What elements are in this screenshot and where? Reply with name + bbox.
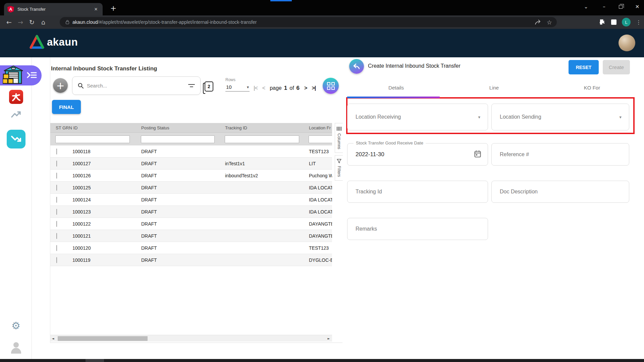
tab-line[interactable]: Line — [445, 81, 543, 94]
table-row[interactable]: 1000127 DRAFT inTest1v1 LIT — [50, 158, 332, 170]
sidebar-item-stock-transfer-active[interactable] — [0, 130, 32, 148]
duplicate-pages-icon[interactable]: 2 — [205, 81, 213, 92]
url-text: akaun.cloud/#/applet/tnt/wavelet/erp/sto… — [72, 19, 257, 25]
table-row[interactable]: 1000122 DRAFT DAYANGTE — [50, 218, 332, 230]
page-word: page — [270, 85, 282, 91]
table-row[interactable]: 1000120 DRAFT TEST123 — [50, 242, 332, 254]
back-button[interactable] — [349, 59, 364, 74]
share-icon[interactable] — [535, 19, 541, 25]
table-row[interactable]: 1000118 DRAFT TEST123 — [50, 145, 332, 158]
columns-tab[interactable]: Columns — [335, 123, 343, 153]
side-panel-icon[interactable] — [611, 19, 616, 25]
user-avatar[interactable] — [619, 35, 635, 51]
location-receiving-select[interactable]: Location Receiving ▾ — [347, 104, 488, 130]
row-checkbox[interactable] — [56, 197, 57, 203]
of-word: of — [289, 85, 294, 91]
row-checkbox[interactable] — [56, 185, 57, 191]
extensions-puzzle-icon[interactable] — [600, 19, 606, 25]
scrollbar-thumb[interactable] — [58, 336, 148, 341]
add-button[interactable]: + — [53, 78, 68, 93]
profile-avatar[interactable]: L — [622, 18, 631, 26]
search-box[interactable] — [72, 76, 201, 95]
receive-date-field[interactable]: Stock Transfer Good Receive Date 2022-11… — [347, 143, 488, 166]
browser-tab[interactable]: A Stock Transfer ✕ — [4, 3, 103, 15]
new-tab-button[interactable]: + — [109, 3, 118, 13]
create-button[interactable]: Create — [603, 60, 630, 74]
table-row[interactable]: 1000119 DRAFT DYGLOC-ED — [50, 254, 332, 266]
tracking-id-placeholder: Tracking Id — [356, 189, 382, 195]
doc-description-field[interactable]: Doc Description — [491, 181, 629, 203]
reload-icon[interactable]: ↻ — [26, 18, 38, 26]
scroll-left-icon[interactable]: ◄ — [50, 337, 56, 340]
grid-view-button[interactable] — [323, 78, 339, 94]
tab-ko-for[interactable]: KO For — [543, 81, 641, 94]
expand-menu-icon[interactable] — [27, 71, 37, 80]
table-row[interactable]: 1000124 DRAFT IDA LOCATI — [50, 194, 332, 206]
cell-st-grn-id: 1000121 — [67, 233, 136, 239]
sidebar-item-settings[interactable]: ⚙ — [0, 320, 32, 331]
row-checkbox[interactable] — [56, 233, 57, 239]
last-page-button[interactable]: >| — [312, 85, 316, 91]
location-sending-select[interactable]: Location Sending ▾ — [491, 104, 629, 130]
filter-input-location-from[interactable] — [309, 135, 332, 143]
filter-input-tracking-id[interactable] — [225, 135, 299, 143]
calendar-icon[interactable] — [474, 150, 481, 159]
remarks-field[interactable]: Remarks — [347, 218, 488, 240]
page-current: 1 — [284, 85, 287, 92]
table-row[interactable]: 1000123 DRAFT IDA LOCATI — [50, 206, 332, 218]
table-filter-row — [50, 132, 332, 145]
row-checkbox[interactable] — [56, 245, 57, 251]
window-restore-button[interactable] — [619, 5, 623, 9]
first-page-button[interactable]: |< — [254, 85, 258, 91]
next-page-button[interactable]: > — [304, 85, 307, 91]
scroll-right-icon[interactable]: ► — [326, 337, 331, 340]
table-row[interactable]: 1000126 DRAFT inboundTest1v2 Puchong W — [50, 170, 332, 182]
table-row[interactable]: 1000125 DRAFT IDA LOCATI — [50, 182, 332, 194]
horizontal-scrollbar[interactable]: ◄ ► — [50, 335, 332, 342]
reference-field[interactable]: Reference # — [491, 143, 629, 166]
listing-title: Internal Inbound Stock Transfer Listing — [51, 65, 157, 72]
col-header-st-grn-id[interactable]: ST GRN ID — [50, 125, 136, 130]
filters-tab[interactable]: Filters — [335, 155, 343, 181]
tab-close-icon[interactable]: ✕ — [93, 6, 99, 13]
table-row[interactable]: 1000121 DRAFT DAYANGTE — [50, 230, 332, 242]
row-checkbox[interactable] — [56, 221, 57, 227]
cell-location-from: DYGLOC-ED — [304, 257, 332, 263]
filter-lines-icon[interactable] — [188, 83, 195, 88]
search-input[interactable] — [87, 83, 188, 88]
row-checkbox[interactable] — [56, 173, 57, 179]
window-menu-chevron-icon[interactable]: ⌄ — [583, 4, 589, 10]
row-checkbox[interactable] — [56, 209, 57, 215]
sidebar-item-warehouse-active[interactable] — [0, 65, 42, 85]
url-path: /#/applet/tnt/wavelet/erp/stock-transfer… — [98, 19, 257, 25]
row-checkbox[interactable] — [56, 148, 57, 155]
sidebar-item-red-applet[interactable] — [0, 90, 32, 104]
col-header-posting-status[interactable]: Posting Status — [136, 125, 220, 130]
filters-tab-label: Filters — [337, 166, 341, 177]
window-minimize-button[interactable]: – — [601, 4, 607, 10]
back-icon[interactable]: ← — [3, 18, 15, 26]
col-header-tracking-id[interactable]: Tracking ID — [220, 125, 304, 130]
row-checkbox[interactable] — [56, 161, 57, 167]
stock-transfer-table: ST GRN ID Posting Status Tracking ID Loc… — [50, 123, 332, 266]
tab-details[interactable]: Details — [347, 81, 445, 94]
sidebar-item-trend[interactable] — [0, 111, 32, 118]
sidebar-item-profile[interactable] — [0, 342, 32, 354]
bookmark-star-icon[interactable]: ☆ — [547, 19, 552, 26]
col-header-location-from[interactable]: Location Fr — [304, 125, 332, 130]
filter-input-st-grn-id[interactable] — [55, 135, 130, 143]
forward-icon[interactable]: → — [15, 18, 26, 26]
browser-menu-kebab-icon[interactable]: ⋮ — [636, 19, 641, 25]
reset-button[interactable]: RESET — [569, 60, 599, 74]
prev-page-button[interactable]: < — [262, 85, 265, 91]
home-icon[interactable]: ⌂ — [38, 18, 49, 26]
final-filter-button[interactable]: FINAL — [52, 100, 81, 114]
filter-input-posting-status[interactable] — [141, 135, 215, 143]
tracking-id-field[interactable]: Tracking Id — [347, 181, 488, 203]
listing-card: Internal Inbound Stock Transfer Listing … — [50, 57, 342, 343]
row-checkbox[interactable] — [56, 257, 57, 263]
cell-posting-status: DRAFT — [136, 221, 220, 227]
rows-per-page-select[interactable]: Rows 10 ▾ — [225, 77, 250, 92]
url-bar[interactable]: akaun.cloud/#/applet/tnt/wavelet/erp/sto… — [60, 17, 557, 27]
window-close-button[interactable]: ✕ — [634, 4, 641, 10]
